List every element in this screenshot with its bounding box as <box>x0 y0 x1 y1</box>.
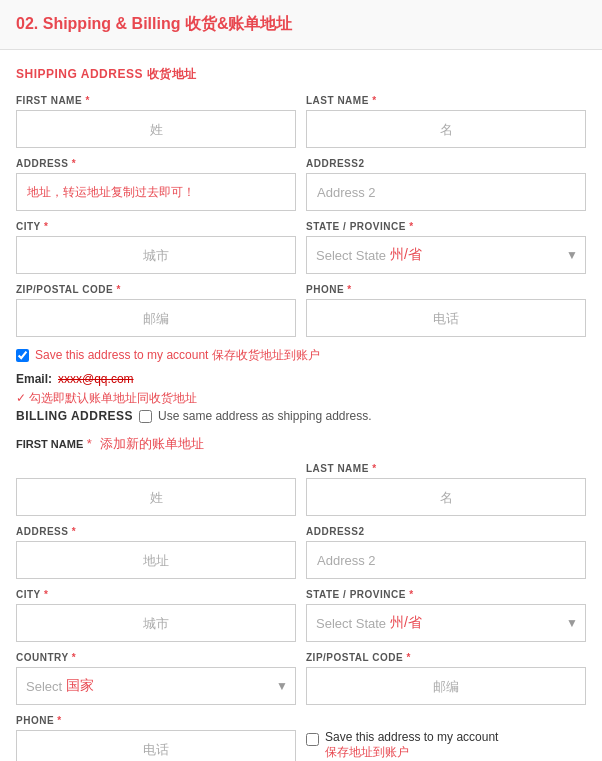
billing-city-group: CITY * <box>16 589 296 642</box>
shipping-last-name-group: LAST NAME * <box>306 95 586 148</box>
shipping-address-row: ADDRESS * (function(){ var el = document… <box>16 158 586 211</box>
billing-save-group: X Save this address to my account 保存地址到账… <box>306 715 586 761</box>
last-name-label: LAST NAME * <box>306 95 586 106</box>
billing-save-row: Save this address to my account 保存地址到账户 <box>306 730 586 761</box>
first-name-label: FIRST NAME * <box>16 95 296 106</box>
shipping-address-group: ADDRESS * (function(){ var el = document… <box>16 158 296 211</box>
state-select-wrapper: Select State 州/省 ▼ <box>306 236 586 274</box>
billing-zip-group: ZIP/POSTAL CODE * <box>306 652 586 705</box>
shipping-city-input[interactable] <box>16 236 296 274</box>
shipping-first-name-group: FIRST NAME * <box>16 95 296 148</box>
shipping-phone-input[interactable] <box>306 299 586 337</box>
section-title-en: Shipping & Billing <box>43 15 181 32</box>
billing-city-input[interactable] <box>16 604 296 642</box>
section-title: 02. Shipping & Billing 收货&账单地址 <box>16 14 586 35</box>
page-wrapper: 02. Shipping & Billing 收货&账单地址 SHIPPING … <box>0 0 602 761</box>
shipping-address2-input[interactable] <box>306 173 586 211</box>
billing-phone-group: PHONE * <box>16 715 296 761</box>
billing-header-row: BILLING ADDRESS Use same address as ship… <box>16 409 586 423</box>
email-label: Email: <box>16 372 52 386</box>
billing-city-state-row: CITY * STATE / PROVINCE * Select State 州… <box>16 589 586 642</box>
billing-state-label: STATE / PROVINCE * <box>306 589 586 600</box>
billing-address-label: ADDRESS * <box>16 526 296 537</box>
billing-first-name-input[interactable] <box>16 478 296 516</box>
billing-address2-group: ADDRESS2 <box>306 526 586 579</box>
shipping-city-state-row: CITY * STATE / PROVINCE * Select State 州… <box>16 221 586 274</box>
address2-label: ADDRESS2 <box>306 158 586 169</box>
billing-save-checkbox[interactable] <box>306 733 319 746</box>
shipping-title-en: SHIPPING ADDRESS <box>16 67 143 81</box>
shipping-address-title: SHIPPING ADDRESS 收货地址 <box>16 66 586 83</box>
billing-same-checkbox[interactable] <box>139 410 152 423</box>
billing-address-row: ADDRESS * ADDRESS2 <box>16 526 586 579</box>
address-label: ADDRESS * <box>16 158 296 169</box>
shipping-zip-phone-row: ZIP/POSTAL CODE * PHONE * <box>16 284 586 337</box>
shipping-save-checkbox[interactable] <box>16 349 29 362</box>
billing-address2-label: ADDRESS2 <box>306 526 586 537</box>
billing-save-label-block: Save this address to my account 保存地址到账户 <box>325 730 498 761</box>
billing-country-group: COUNTRY * Select 国家 ▼ <box>16 652 296 705</box>
shipping-save-row: Save this address to my account 保存收货地址到账… <box>16 347 586 364</box>
shipping-address2-group: ADDRESS2 <box>306 158 586 211</box>
billing-state-select-wrapper: Select State 州/省 ▼ <box>306 604 586 642</box>
billing-same-label: Use same address as shipping address. <box>158 409 371 423</box>
phone-label: PHONE * <box>306 284 586 295</box>
billing-phone-label: PHONE * <box>16 715 296 726</box>
billing-city-label: CITY * <box>16 589 296 600</box>
billing-first-name-group: FIRST NAME <box>16 463 296 516</box>
shipping-zip-input[interactable] <box>16 299 296 337</box>
section-number: 02. <box>16 15 38 32</box>
billing-zip-input[interactable] <box>306 667 586 705</box>
city-label: CITY * <box>16 221 296 232</box>
shipping-title-zh: 收货地址 <box>147 67 197 81</box>
shipping-state-group: STATE / PROVINCE * Select State 州/省 ▼ <box>306 221 586 274</box>
shipping-zip-group: ZIP/POSTAL CODE * <box>16 284 296 337</box>
billing-phone-input[interactable] <box>16 730 296 761</box>
shipping-state-select[interactable] <box>306 236 586 274</box>
shipping-last-name-input[interactable] <box>306 110 586 148</box>
section-title-zh: 收货&账单地址 <box>185 15 293 32</box>
section-header: 02. Shipping & Billing 收货&账单地址 <box>0 0 602 50</box>
shipping-first-name-input[interactable] <box>16 110 296 148</box>
billing-last-name-label: LAST NAME * <box>306 463 586 474</box>
billing-last-name-group: LAST NAME * <box>306 463 586 516</box>
billing-country-zip-row: COUNTRY * Select 国家 ▼ ZIP/POSTAL CODE <box>16 652 586 705</box>
billing-subtitle: 添加新的账单地址 <box>100 436 204 451</box>
zip-label: ZIP/POSTAL CODE * <box>16 284 296 295</box>
billing-state-select[interactable] <box>306 604 586 642</box>
billing-country-select-wrapper: Select 国家 ▼ <box>16 667 296 705</box>
shipping-address-input[interactable] <box>16 173 296 211</box>
billing-phone-save-row: PHONE * X Save this address to my accoun… <box>16 715 586 761</box>
shipping-phone-group: PHONE * <box>306 284 586 337</box>
billing-state-group: STATE / PROVINCE * Select State 州/省 ▼ <box>306 589 586 642</box>
billing-title-en: BILLING ADDRESS <box>16 409 133 423</box>
billing-note: ✓ 勾选即默认账单地址同收货地址 <box>16 390 586 407</box>
email-value: xxxx@qq.com <box>58 372 134 386</box>
state-label: STATE / PROVINCE * <box>306 221 586 232</box>
shipping-city-group: CITY * <box>16 221 296 274</box>
shipping-name-row: FIRST NAME * LAST NAME * <box>16 95 586 148</box>
billing-subtitle-row: FIRST NAME * 添加新的账单地址 <box>16 435 586 453</box>
billing-address-input[interactable] <box>16 541 296 579</box>
billing-country-label: COUNTRY * <box>16 652 296 663</box>
form-content: SHIPPING ADDRESS 收货地址 FIRST NAME * LAST … <box>0 50 602 761</box>
billing-country-select[interactable] <box>16 667 296 705</box>
billing-zip-label: ZIP/POSTAL CODE * <box>306 652 586 663</box>
email-row: Email: xxxx@qq.com <box>16 372 586 386</box>
billing-address2-input[interactable] <box>306 541 586 579</box>
shipping-save-label: Save this address to my account 保存收货地址到账… <box>35 347 320 364</box>
billing-last-name-input[interactable] <box>306 478 586 516</box>
billing-name-row: FIRST NAME LAST NAME * <box>16 463 586 516</box>
billing-address-group: ADDRESS * <box>16 526 296 579</box>
